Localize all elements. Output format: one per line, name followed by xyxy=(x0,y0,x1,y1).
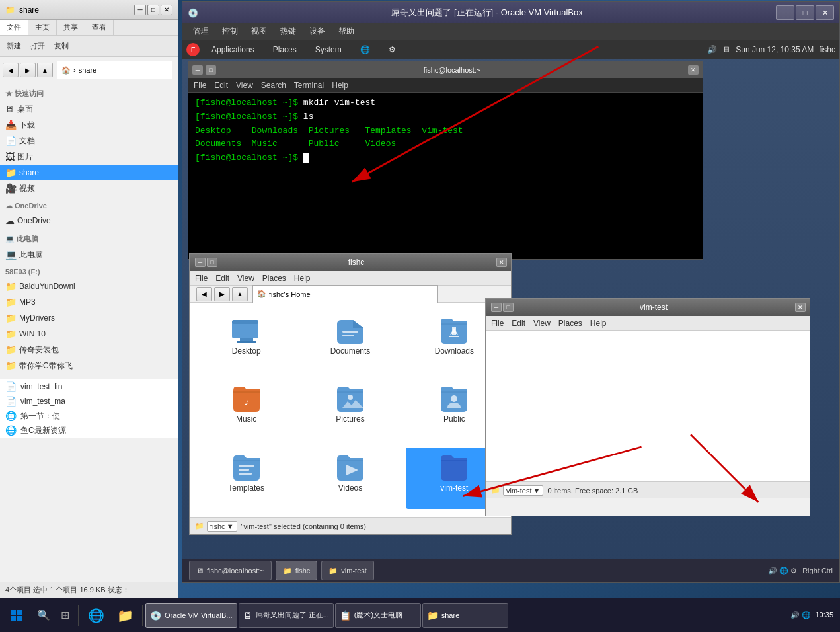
forward-button[interactable]: ▶ xyxy=(20,63,36,77)
menu-devices[interactable]: 设备 xyxy=(304,24,330,38)
term-maximize[interactable]: □ xyxy=(206,65,216,75)
gnome-logo[interactable]: F xyxy=(186,43,200,56)
fm-forward[interactable]: ▶ xyxy=(214,287,230,301)
term-minimize[interactable]: ─ xyxy=(192,65,203,75)
fm-menu-places[interactable]: Places xyxy=(262,274,286,283)
menu-help[interactable]: 帮助 xyxy=(333,24,360,38)
tree-chuanqi[interactable]: 📁 传奇安装包 xyxy=(0,342,178,358)
svg-rect-1 xyxy=(232,320,258,324)
taskbar-search[interactable]: 🔍 xyxy=(33,601,54,630)
toolbar-open[interactable]: 打开 xyxy=(26,38,49,54)
vbox-minimize[interactable]: ─ xyxy=(776,5,794,20)
computer-icon: 💻 xyxy=(5,249,17,260)
vt-menu-edit[interactable]: Edit xyxy=(512,319,525,328)
gnome-system[interactable]: System xyxy=(309,44,348,56)
vt-menu-places[interactable]: Places xyxy=(558,319,582,328)
fishc-close[interactable]: ✕ xyxy=(496,258,507,267)
tree-downloads[interactable]: 📥 下载 xyxy=(0,117,178,133)
term-menu-terminal[interactable]: Terminal xyxy=(294,81,324,90)
tree-win10[interactable]: 📁 WIN 10 xyxy=(0,326,178,342)
fm-address-bar[interactable]: 🏠 fishc's Home xyxy=(252,285,438,303)
file-row-3[interactable]: 🌐 鱼C最新资源 xyxy=(0,423,178,438)
vimtest-menu: File Edit View Places Help xyxy=(486,316,810,331)
gnome-task-fishc[interactable]: 📁 fishc xyxy=(276,561,318,580)
tree-pictures[interactable]: 🖼 图片 xyxy=(0,149,178,165)
term-menu-file[interactable]: File xyxy=(194,81,206,90)
vt-menu-help[interactable]: Help xyxy=(590,319,607,328)
toolbar-new[interactable]: 新建 xyxy=(3,38,25,54)
close-button[interactable]: ✕ xyxy=(161,5,172,15)
fishc-minimize[interactable]: ─ xyxy=(195,258,206,267)
start-button[interactable] xyxy=(0,598,33,633)
fm-up[interactable]: ▲ xyxy=(232,287,248,301)
gnome-places[interactable]: Places xyxy=(266,44,303,56)
tab-view[interactable]: 查看 xyxy=(85,20,114,35)
taskbar-app-vm[interactable]: 🖥 屌哥又出问题了 正在... xyxy=(239,603,334,628)
fm-back[interactable]: ◀ xyxy=(196,287,212,301)
taskbar-app-share[interactable]: 📁 share xyxy=(422,603,508,628)
fm-menu-edit[interactable]: Edit xyxy=(215,274,229,283)
menu-hotkey[interactable]: 热键 xyxy=(275,24,301,38)
back-button[interactable]: ◀ xyxy=(3,63,19,77)
vbox-maximize[interactable]: □ xyxy=(796,5,814,20)
fm-location-dropdown[interactable]: fishc ▼ xyxy=(207,521,237,532)
vt-menu-view[interactable]: View xyxy=(533,319,551,328)
toolbar-copy[interactable]: 复制 xyxy=(50,38,73,54)
taskbar-taskview[interactable]: ⊞ xyxy=(54,601,75,630)
fishc-maximize[interactable]: □ xyxy=(207,258,217,267)
tree-mp3[interactable]: 📁 MP3 xyxy=(0,294,178,310)
taskbar-app-magic[interactable]: 📋 (魔术)文士电脑 xyxy=(335,603,421,628)
menu-control[interactable]: 控制 xyxy=(217,24,243,38)
tree-onedrive[interactable]: ☁ OneDrive xyxy=(0,213,178,229)
fm-folder-videos[interactable]: Videos xyxy=(301,448,399,509)
term-menu-help[interactable]: Help xyxy=(332,81,348,90)
vimtest-title: vim-test xyxy=(514,303,794,312)
vt-menu-file[interactable]: File xyxy=(491,319,504,328)
gnome-task-vimtest[interactable]: 📁 vim-test xyxy=(321,561,374,580)
fm-menu-view[interactable]: View xyxy=(237,274,254,283)
folder-icon: 📁 xyxy=(5,297,17,307)
tree-dainixuec[interactable]: 📁 带你学C带你飞 xyxy=(0,358,178,374)
tab-home[interactable]: 主页 xyxy=(28,20,57,35)
vimtest-maximize[interactable]: □ xyxy=(503,303,514,312)
tree-mydrivers[interactable]: 📁 MyDrivers xyxy=(0,310,178,326)
fm-menu-help[interactable]: Help xyxy=(294,274,311,283)
tab-file[interactable]: 文件 xyxy=(0,20,28,35)
terminal-body[interactable]: [fishc@localhost ~]$ mkdir vim-test [fis… xyxy=(188,93,703,259)
gnome-task-terminal[interactable]: 🖥 fishc@localhost:~ xyxy=(189,561,272,580)
vt-location-dropdown[interactable]: vim-test ▼ xyxy=(503,485,543,496)
tree-desktop[interactable]: 🖥 桌面 xyxy=(0,101,178,117)
file-row-1[interactable]: 📄 vim_test_ma xyxy=(0,394,178,409)
term-menu-edit[interactable]: Edit xyxy=(214,81,228,90)
maximize-button[interactable]: □ xyxy=(147,5,159,15)
menu-manage[interactable]: 管理 xyxy=(188,24,214,38)
term-close[interactable]: ✕ xyxy=(688,65,699,75)
up-button[interactable]: ▲ xyxy=(37,63,53,77)
taskbar-edge[interactable]: 🌐 xyxy=(81,601,110,630)
term-menu-search[interactable]: Search xyxy=(261,81,286,90)
tree-baiduyun[interactable]: 📁 BaiduYunDownl xyxy=(0,278,178,294)
gnome-applications[interactable]: Applications xyxy=(205,44,261,56)
file-row-0[interactable]: 📄 vim_test_lin xyxy=(0,379,178,394)
menu-view[interactable]: 视图 xyxy=(246,24,272,38)
fm-folder-pictures[interactable]: Pictures xyxy=(301,379,399,440)
term-menu-view[interactable]: View xyxy=(236,81,253,90)
tree-videos[interactable]: 🎥 视频 xyxy=(0,180,178,196)
tab-share[interactable]: 共享 xyxy=(57,20,85,35)
address-bar[interactable]: 🏠 › share xyxy=(57,61,172,79)
minimize-button[interactable]: ─ xyxy=(134,5,146,15)
fm-menu-file[interactable]: File xyxy=(195,274,208,283)
fm-folder-desktop[interactable]: Desktop xyxy=(198,311,295,372)
fm-folder-music[interactable]: ♪ Music xyxy=(198,379,295,440)
taskbar-explorer[interactable]: 📁 xyxy=(110,601,139,630)
fm-folder-templates[interactable]: Templates xyxy=(198,448,295,509)
tree-docs[interactable]: 📄 文档 xyxy=(0,133,178,149)
vimtest-close[interactable]: ✕ xyxy=(795,303,806,312)
fm-folder-documents[interactable]: Documents xyxy=(301,311,399,372)
vbox-close[interactable]: ✕ xyxy=(816,5,834,20)
vimtest-minimize[interactable]: ─ xyxy=(491,303,502,312)
taskbar-app-vbox[interactable]: 💿 Oracle VM VirtualB... xyxy=(145,603,237,628)
tree-thispc[interactable]: 💻 此电脑 xyxy=(0,247,178,262)
tree-share[interactable]: 📁 share xyxy=(0,165,178,180)
file-row-2[interactable]: 🌐 第一节：使 xyxy=(0,409,178,423)
